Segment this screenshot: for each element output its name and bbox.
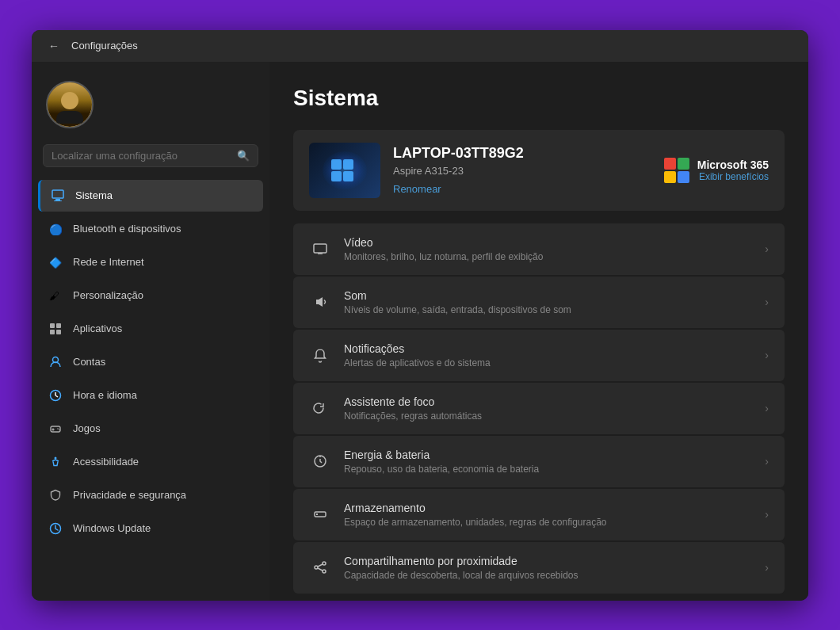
settings-item-energia[interactable]: Energia & bateriaRepouso, uso da bateria… (293, 436, 785, 487)
aplicativos-label: Aplicativos (73, 323, 122, 334)
titlebar: ← Configurações (32, 30, 808, 62)
settings-item-video[interactable]: VídeoMonitores, brilho, luz noturna, per… (293, 223, 785, 275)
sidebar-item-windowsupdate[interactable]: Windows Update (38, 513, 263, 544)
back-button[interactable]: ← (44, 36, 63, 55)
device-info: LAPTOP-03TT89G2 Aspire A315-23 Renomear (393, 145, 651, 196)
sidebar-item-sistema[interactable]: Sistema (38, 180, 263, 212)
device-rename-link[interactable]: Renomear (393, 183, 441, 195)
armazenamento-arrow: › (765, 508, 769, 521)
settings-item-som[interactable]: SomNíveis de volume, saída, entrada, dis… (293, 277, 785, 328)
assistente-text: Assistente de focoNotificações, regras a… (344, 395, 752, 422)
sidebar-item-hora[interactable]: Hora e idioma (38, 380, 263, 411)
bluetooth-icon: 🔵 (48, 221, 63, 237)
acessibilidade-icon (48, 454, 63, 470)
svg-text:🔷: 🔷 (49, 256, 62, 269)
ms365-sq-green (678, 158, 689, 170)
compartilhamento-desc: Capacidade de descoberta, local de arqui… (344, 570, 752, 581)
settings-window: ← Configurações 🔍 Sistema🔵Bluetooth e (32, 30, 808, 601)
energia-arrow: › (765, 455, 769, 468)
ms365-benefits-link[interactable]: Exibir benefícios (697, 171, 769, 182)
svg-rect-6 (50, 323, 55, 328)
svg-marker-29 (316, 297, 323, 307)
video-desc: Monitores, brilho, luz noturna, perfil d… (344, 251, 752, 262)
notificacoes-title: Notificações (344, 342, 752, 355)
video-icon (309, 238, 331, 260)
svg-point-36 (323, 570, 326, 573)
sidebar-item-jogos[interactable]: Jogos (38, 413, 263, 445)
som-arrow: › (765, 296, 769, 308)
sidebar-item-rede[interactable]: 🔷Rede e Internet (38, 246, 263, 278)
video-title: Vídeo (344, 236, 752, 249)
sidebar-item-privacidade[interactable]: Privacidade e segurança (38, 479, 263, 511)
windowsupdate-label: Windows Update (73, 522, 151, 534)
contas-icon (48, 354, 63, 370)
titlebar-title: Configurações (71, 40, 138, 52)
assistente-desc: Notificações, regras automáticas (344, 410, 752, 422)
ms365-name: Microsoft 365 (697, 158, 769, 171)
rede-label: Rede e Internet (73, 256, 144, 268)
device-card: LAPTOP-03TT89G2 Aspire A315-23 Renomear … (293, 130, 785, 211)
search-icon: 🔍 (237, 150, 250, 162)
compartilhamento-title: Compartilhamento por proximidade (344, 555, 752, 567)
svg-rect-1 (55, 199, 60, 200)
rede-icon: 🔷 (48, 254, 63, 270)
sidebar-item-contas[interactable]: Contas (38, 346, 263, 378)
armazenamento-title: Armazenamento (344, 502, 752, 514)
sidebar-item-acessibilidade[interactable]: Acessibilidade (38, 446, 263, 478)
video-text: VídeoMonitores, brilho, luz noturna, per… (344, 236, 752, 262)
personalizacao-icon: 🖌 (48, 288, 63, 304)
svg-rect-9 (56, 330, 61, 334)
settings-item-assistente[interactable]: Assistente de focoNotificações, regras a… (293, 383, 785, 434)
notificacoes-text: NotificaçõesAlertas de aplicativos e do … (344, 342, 752, 368)
sistema-icon (50, 188, 66, 204)
svg-rect-8 (50, 330, 55, 334)
avatar-area (38, 74, 263, 144)
svg-rect-7 (56, 323, 61, 328)
ms365-sq-red (664, 158, 676, 170)
svg-text:🔵: 🔵 (49, 223, 62, 235)
privacidade-label: Privacidade e segurança (73, 489, 186, 501)
svg-line-13 (55, 395, 58, 397)
svg-rect-2 (54, 200, 62, 201)
settings-list: VídeoMonitores, brilho, luz noturna, per… (293, 223, 785, 594)
sidebar-item-bluetooth[interactable]: 🔵Bluetooth e dispositivos (38, 213, 263, 245)
settings-item-armazenamento[interactable]: ArmazenamentoEspaço de armazenamento, un… (293, 489, 785, 540)
device-image (309, 143, 380, 198)
search-input[interactable] (52, 150, 231, 162)
contas-label: Contas (73, 356, 105, 368)
sidebar-item-personalizacao[interactable]: 🖌Personalização (38, 280, 263, 311)
search-box[interactable]: 🔍 (43, 144, 258, 167)
som-desc: Níveis de volume, saída, entrada, dispos… (344, 304, 752, 315)
energia-title: Energia & bateria (344, 449, 752, 461)
assistente-icon (309, 397, 331, 419)
svg-point-34 (323, 562, 326, 565)
assistente-title: Assistente de foco (344, 395, 752, 408)
compartilhamento-arrow: › (765, 561, 769, 574)
avatar[interactable] (46, 81, 94, 128)
device-model: Aspire A315-23 (393, 165, 651, 177)
svg-rect-25 (343, 171, 353, 181)
settings-item-notificacoes[interactable]: NotificaçõesAlertas de aplicativos e do … (293, 330, 785, 381)
svg-text:🖌: 🖌 (49, 290, 59, 302)
armazenamento-text: ArmazenamentoEspaço de armazenamento, un… (344, 502, 752, 528)
svg-point-35 (315, 566, 318, 569)
video-arrow: › (765, 242, 769, 255)
jogos-label: Jogos (73, 422, 101, 434)
energia-desc: Repouso, uso da bateria, economia de bat… (344, 464, 752, 475)
sidebar-item-aplicativos[interactable]: Aplicativos (38, 313, 263, 345)
settings-item-compartilhamento[interactable]: Compartilhamento por proximidadeCapacida… (293, 542, 785, 594)
ms365-sq-yellow (664, 171, 676, 183)
avatar-body (56, 111, 83, 124)
notificacoes-icon (309, 344, 331, 366)
svg-point-18 (59, 429, 60, 430)
ms365-text: Microsoft 365 Exibir benefícios (697, 158, 769, 182)
sistema-label: Sistema (75, 189, 113, 201)
som-title: Som (344, 289, 752, 302)
nav-list: Sistema🔵Bluetooth e dispositivos🔷Rede e … (38, 180, 263, 546)
privacidade-icon (48, 487, 63, 503)
svg-rect-26 (314, 244, 326, 253)
hora-label: Hora e idioma (73, 389, 137, 401)
jogos-icon (48, 421, 63, 437)
windowsupdate-icon (48, 521, 63, 536)
notificacoes-desc: Alertas de aplicativos e do sistema (344, 357, 752, 368)
